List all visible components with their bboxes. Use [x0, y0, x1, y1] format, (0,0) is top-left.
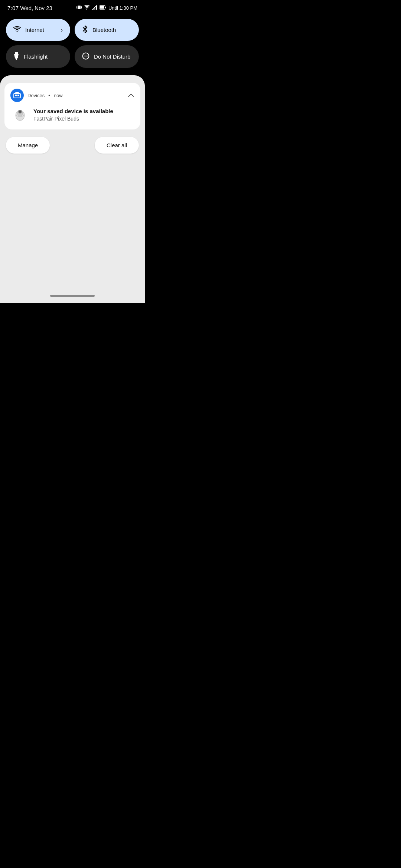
bluetooth-icon: [82, 26, 88, 34]
battery-text: Until 1:30 PM: [108, 5, 137, 11]
clear-all-button[interactable]: Clear all: [95, 137, 139, 154]
quick-settings-panel: Internet › Bluetooth Flashlight: [0, 14, 145, 75]
internet-label: Internet: [25, 27, 44, 33]
bluetooth-label: Bluetooth: [92, 27, 116, 33]
status-bar: 7:07 Wed, Nov 23: [0, 0, 145, 14]
wifi-icon: [13, 26, 21, 33]
notif-dot: •: [48, 93, 50, 98]
svg-rect-1: [76, 6, 77, 9]
status-time: 7:07: [7, 5, 19, 11]
svg-rect-10: [16, 58, 17, 59]
status-left: 7:07 Wed, Nov 23: [7, 5, 52, 11]
svg-rect-9: [15, 52, 18, 54]
home-bar: [50, 295, 95, 297]
signal-icon: [92, 5, 97, 11]
svg-rect-0: [78, 6, 81, 9]
notif-collapse-icon[interactable]: [128, 92, 134, 99]
notif-header: Devices • now: [10, 89, 134, 102]
wifi-status-icon: [84, 5, 90, 11]
notif-header-left: Devices • now: [10, 89, 63, 102]
vibrate-icon: [76, 4, 82, 11]
notif-time: now: [54, 93, 63, 98]
qs-tile-bluetooth[interactable]: Bluetooth: [75, 19, 139, 41]
qs-tile-flashlight[interactable]: Flashlight: [6, 45, 70, 68]
notif-title: Your saved device is available: [33, 108, 113, 115]
dnd-icon: [82, 52, 89, 61]
qs-grid: Internet › Bluetooth Flashlight: [6, 19, 139, 68]
svg-rect-5: [96, 6, 97, 10]
flashlight-label: Flashlight: [24, 53, 48, 60]
status-date: Wed, Nov 23: [20, 5, 52, 11]
flashlight-icon: [13, 52, 19, 61]
svg-rect-4: [94, 7, 95, 10]
dnd-label: Do Not Disturb: [94, 53, 130, 60]
svg-rect-3: [93, 9, 94, 10]
svg-rect-14: [14, 93, 20, 98]
pixel-buds-icon: [12, 106, 28, 123]
notif-app-name: Devices: [27, 93, 45, 98]
action-buttons: Manage Clear all: [4, 132, 140, 154]
internet-chevron-icon: ›: [61, 27, 63, 33]
svg-rect-15: [15, 95, 17, 96]
svg-rect-7: [100, 6, 104, 9]
manage-button[interactable]: Manage: [6, 137, 50, 154]
notif-text-block: Your saved device is available FastPair-…: [33, 108, 113, 122]
svg-rect-8: [105, 7, 106, 8]
svg-rect-16: [17, 95, 19, 96]
status-right: Until 1:30 PM: [76, 4, 137, 11]
notif-app-icon: [10, 89, 24, 102]
notification-card-devices: Devices • now: [4, 83, 140, 129]
qs-tile-internet[interactable]: Internet ›: [6, 19, 70, 41]
notification-area: Devices • now: [0, 75, 145, 290]
qs-tile-dnd[interactable]: Do Not Disturb: [75, 45, 139, 68]
svg-point-20: [19, 111, 21, 113]
notif-subtitle: FastPair-Pixel Buds: [33, 116, 113, 122]
svg-rect-2: [81, 6, 82, 9]
home-indicator-bar: [0, 290, 145, 303]
battery-icon: [100, 5, 106, 11]
notif-body: Your saved device is available FastPair-…: [10, 106, 134, 123]
